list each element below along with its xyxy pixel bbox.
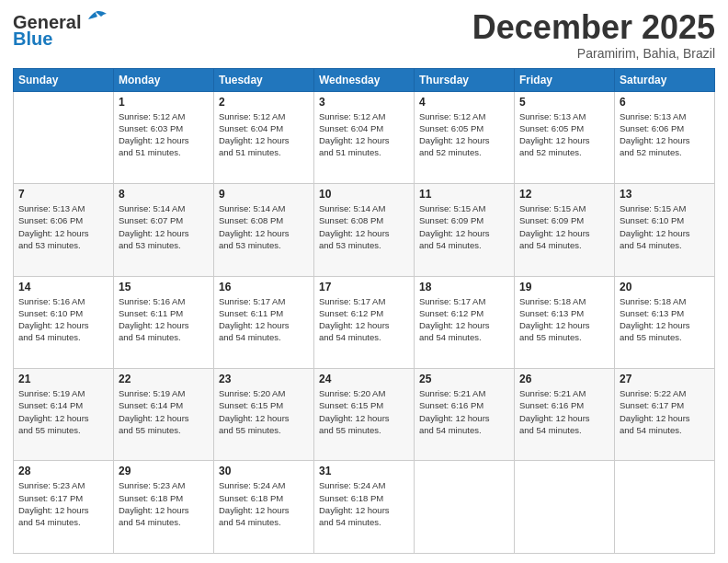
logo-blue: Blue: [13, 29, 52, 48]
calendar-cell: 14Sunrise: 5:16 AM Sunset: 6:10 PM Dayli…: [14, 276, 114, 368]
calendar-cell: 4Sunrise: 5:12 AM Sunset: 6:05 PM Daylig…: [415, 91, 515, 183]
logo-bird-icon: [83, 10, 108, 30]
day-info: Sunrise: 5:23 AM Sunset: 6:17 PM Dayligh…: [18, 479, 108, 528]
calendar-cell: [415, 461, 515, 554]
day-number: 14: [18, 281, 108, 293]
calendar-cell: 26Sunrise: 5:21 AM Sunset: 6:16 PM Dayli…: [515, 369, 615, 461]
calendar-cell: 5Sunrise: 5:13 AM Sunset: 6:05 PM Daylig…: [515, 91, 615, 183]
calendar-cell: 2Sunrise: 5:12 AM Sunset: 6:04 PM Daylig…: [214, 91, 314, 183]
day-number: 7: [18, 188, 108, 201]
day-number: 20: [620, 281, 710, 293]
day-info: Sunrise: 5:12 AM Sunset: 6:04 PM Dayligh…: [219, 110, 309, 159]
day-info: Sunrise: 5:22 AM Sunset: 6:17 PM Dayligh…: [620, 387, 710, 436]
logo: General Blue: [13, 13, 108, 48]
day-number: 21: [18, 373, 108, 385]
day-info: Sunrise: 5:12 AM Sunset: 6:04 PM Dayligh…: [319, 110, 409, 159]
day-info: Sunrise: 5:14 AM Sunset: 6:08 PM Dayligh…: [319, 202, 409, 251]
header-monday: Monday: [114, 68, 214, 91]
calendar-cell: 29Sunrise: 5:23 AM Sunset: 6:18 PM Dayli…: [114, 461, 214, 554]
calendar-cell: 24Sunrise: 5:20 AM Sunset: 6:15 PM Dayli…: [314, 369, 415, 461]
day-info: Sunrise: 5:13 AM Sunset: 6:06 PM Dayligh…: [18, 202, 108, 251]
location: Paramirim, Bahia, Brazil: [472, 46, 715, 61]
header-saturday: Saturday: [615, 68, 715, 91]
day-number: 22: [119, 373, 209, 385]
calendar-cell: 15Sunrise: 5:16 AM Sunset: 6:11 PM Dayli…: [114, 276, 214, 368]
calendar-cell: 31Sunrise: 5:24 AM Sunset: 6:18 PM Dayli…: [314, 461, 415, 554]
calendar-cell: 9Sunrise: 5:14 AM Sunset: 6:08 PM Daylig…: [214, 184, 314, 276]
day-number: 4: [419, 96, 509, 109]
day-info: Sunrise: 5:12 AM Sunset: 6:05 PM Dayligh…: [419, 110, 509, 159]
calendar-week-3: 14Sunrise: 5:16 AM Sunset: 6:10 PM Dayli…: [14, 276, 715, 368]
day-number: 12: [519, 188, 609, 201]
calendar-cell: 3Sunrise: 5:12 AM Sunset: 6:04 PM Daylig…: [314, 91, 415, 183]
day-info: Sunrise: 5:20 AM Sunset: 6:15 PM Dayligh…: [219, 387, 309, 436]
day-info: Sunrise: 5:16 AM Sunset: 6:10 PM Dayligh…: [18, 295, 108, 344]
header-sunday: Sunday: [14, 68, 114, 91]
day-info: Sunrise: 5:24 AM Sunset: 6:18 PM Dayligh…: [319, 479, 409, 528]
day-number: 13: [620, 188, 710, 201]
day-number: 5: [519, 96, 609, 109]
day-info: Sunrise: 5:15 AM Sunset: 6:09 PM Dayligh…: [419, 202, 509, 251]
day-number: 30: [219, 465, 309, 477]
calendar-week-4: 21Sunrise: 5:19 AM Sunset: 6:14 PM Dayli…: [14, 369, 715, 461]
calendar-week-5: 28Sunrise: 5:23 AM Sunset: 6:17 PM Dayli…: [14, 461, 715, 554]
day-number: 31: [319, 465, 409, 477]
calendar-cell: 11Sunrise: 5:15 AM Sunset: 6:09 PM Dayli…: [415, 184, 515, 276]
day-info: Sunrise: 5:20 AM Sunset: 6:15 PM Dayligh…: [319, 387, 409, 436]
day-info: Sunrise: 5:17 AM Sunset: 6:12 PM Dayligh…: [419, 295, 509, 344]
calendar-cell: [14, 91, 114, 183]
day-number: 2: [219, 96, 309, 109]
day-number: 26: [519, 373, 609, 385]
calendar-week-2: 7Sunrise: 5:13 AM Sunset: 6:06 PM Daylig…: [14, 184, 715, 276]
day-info: Sunrise: 5:15 AM Sunset: 6:09 PM Dayligh…: [519, 202, 609, 251]
calendar-cell: 28Sunrise: 5:23 AM Sunset: 6:17 PM Dayli…: [14, 461, 114, 554]
day-number: 18: [419, 281, 509, 293]
day-number: 24: [319, 373, 409, 385]
day-info: Sunrise: 5:14 AM Sunset: 6:07 PM Dayligh…: [119, 202, 209, 251]
day-number: 1: [119, 96, 209, 109]
calendar-cell: 23Sunrise: 5:20 AM Sunset: 6:15 PM Dayli…: [214, 369, 314, 461]
month-title: December 2025: [472, 9, 715, 46]
calendar-table: Sunday Monday Tuesday Wednesday Thursday…: [13, 68, 715, 554]
day-number: 29: [119, 465, 209, 477]
calendar-cell: 21Sunrise: 5:19 AM Sunset: 6:14 PM Dayli…: [14, 369, 114, 461]
calendar-cell: 16Sunrise: 5:17 AM Sunset: 6:11 PM Dayli…: [214, 276, 314, 368]
day-number: 3: [319, 96, 409, 109]
calendar-cell: [615, 461, 715, 554]
day-info: Sunrise: 5:19 AM Sunset: 6:14 PM Dayligh…: [18, 387, 108, 436]
day-number: 23: [219, 373, 309, 385]
day-number: 6: [620, 96, 710, 109]
header-tuesday: Tuesday: [214, 68, 314, 91]
day-number: 25: [419, 373, 509, 385]
day-number: 9: [219, 188, 309, 201]
calendar-cell: 12Sunrise: 5:15 AM Sunset: 6:09 PM Dayli…: [515, 184, 615, 276]
day-info: Sunrise: 5:12 AM Sunset: 6:03 PM Dayligh…: [119, 110, 209, 159]
day-number: 15: [119, 281, 209, 293]
calendar-cell: 30Sunrise: 5:24 AM Sunset: 6:18 PM Dayli…: [214, 461, 314, 554]
calendar-cell: 22Sunrise: 5:19 AM Sunset: 6:14 PM Dayli…: [114, 369, 214, 461]
weekday-header-row: Sunday Monday Tuesday Wednesday Thursday…: [14, 68, 715, 91]
calendar-cell: 19Sunrise: 5:18 AM Sunset: 6:13 PM Dayli…: [515, 276, 615, 368]
page: General Blue December 2025 Paramirim, Ba…: [0, 0, 728, 563]
day-number: 10: [319, 188, 409, 201]
day-info: Sunrise: 5:18 AM Sunset: 6:13 PM Dayligh…: [519, 295, 609, 344]
header-thursday: Thursday: [415, 68, 515, 91]
day-info: Sunrise: 5:19 AM Sunset: 6:14 PM Dayligh…: [119, 387, 209, 436]
day-info: Sunrise: 5:18 AM Sunset: 6:13 PM Dayligh…: [620, 295, 710, 344]
calendar-cell: 20Sunrise: 5:18 AM Sunset: 6:13 PM Dayli…: [615, 276, 715, 368]
calendar-cell: 6Sunrise: 5:13 AM Sunset: 6:06 PM Daylig…: [615, 91, 715, 183]
day-info: Sunrise: 5:17 AM Sunset: 6:12 PM Dayligh…: [319, 295, 409, 344]
day-number: 8: [119, 188, 209, 201]
day-info: Sunrise: 5:21 AM Sunset: 6:16 PM Dayligh…: [519, 387, 609, 436]
calendar-cell: 27Sunrise: 5:22 AM Sunset: 6:17 PM Dayli…: [615, 369, 715, 461]
calendar-cell: 13Sunrise: 5:15 AM Sunset: 6:10 PM Dayli…: [615, 184, 715, 276]
title-block: December 2025 Paramirim, Bahia, Brazil: [472, 9, 715, 61]
day-number: 19: [519, 281, 609, 293]
calendar-cell: 25Sunrise: 5:21 AM Sunset: 6:16 PM Dayli…: [415, 369, 515, 461]
day-info: Sunrise: 5:16 AM Sunset: 6:11 PM Dayligh…: [119, 295, 209, 344]
header-wednesday: Wednesday: [314, 68, 415, 91]
day-number: 17: [319, 281, 409, 293]
header-friday: Friday: [515, 68, 615, 91]
calendar-cell: 7Sunrise: 5:13 AM Sunset: 6:06 PM Daylig…: [14, 184, 114, 276]
day-info: Sunrise: 5:15 AM Sunset: 6:10 PM Dayligh…: [620, 202, 710, 251]
